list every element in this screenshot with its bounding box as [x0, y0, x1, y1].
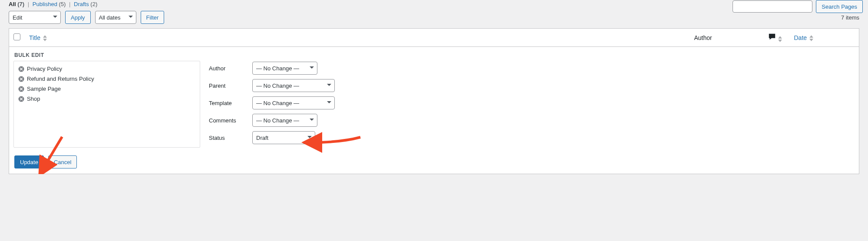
comments-select[interactable]: — No Change —	[252, 114, 317, 127]
bulk-item: Refund and Returns Policy	[14, 74, 200, 84]
result-count: 7 items	[841, 14, 859, 21]
separator: |	[26, 1, 31, 7]
update-button[interactable]: Update	[14, 155, 44, 168]
status-label: Status	[209, 135, 245, 141]
filter-drafts-count: (2)	[90, 1, 97, 7]
chevron-down-icon	[327, 83, 332, 89]
parent-select[interactable]: — No Change —	[252, 79, 335, 92]
chevron-down-icon	[309, 117, 314, 124]
template-label: Template	[209, 100, 245, 106]
pages-table: Title Author Da	[9, 28, 859, 174]
search-pages-button[interactable]: Search Pages	[816, 0, 863, 13]
bulk-edit-item-list: Privacy Policy Refund and Returns Policy…	[13, 61, 200, 148]
bulk-fields: Author — No Change — Parent — No Change …	[209, 61, 335, 149]
filter-drafts-label: Drafts	[74, 1, 89, 7]
bulk-action-selected: Edit	[13, 14, 22, 21]
bulk-item-label: Refund and Returns Policy	[27, 76, 94, 82]
select-all-checkbox[interactable]	[13, 33, 20, 40]
date-filter-selected: All dates	[99, 14, 121, 21]
template-value: — No Change —	[256, 100, 299, 106]
chevron-down-icon	[128, 14, 133, 21]
filter-all-label: All	[9, 1, 16, 7]
col-title-label: Title	[29, 34, 40, 41]
bulk-item-label: Shop	[27, 96, 40, 102]
speech-bubble-icon	[768, 35, 778, 42]
chevron-down-icon	[307, 135, 312, 141]
bulk-item-label: Sample Page	[27, 86, 61, 92]
search-input[interactable]	[733, 0, 812, 13]
col-date-label: Date	[794, 34, 807, 41]
parent-label: Parent	[209, 83, 245, 89]
author-select[interactable]: — No Change —	[252, 62, 317, 75]
chevron-down-icon	[309, 65, 314, 72]
author-label: Author	[209, 65, 245, 72]
author-value: — No Change —	[256, 65, 299, 72]
sort-icon	[43, 35, 47, 41]
filter-drafts[interactable]: Drafts (2)	[74, 1, 97, 7]
filter-published[interactable]: Published (5)	[33, 1, 67, 7]
parent-value: — No Change —	[256, 83, 299, 89]
remove-icon[interactable]	[18, 76, 24, 82]
sort-icon	[809, 35, 813, 41]
filter-published-count: (5)	[59, 1, 66, 7]
col-comments[interactable]	[764, 29, 790, 47]
col-title[interactable]: Title	[25, 29, 690, 47]
date-filter-select[interactable]: All dates	[95, 11, 136, 24]
cancel-button[interactable]: Cancel	[48, 155, 77, 168]
remove-icon[interactable]	[18, 86, 24, 92]
status-select[interactable]: Draft	[252, 131, 315, 144]
filter-published-label: Published	[33, 1, 57, 7]
bulk-item: Sample Page	[14, 84, 200, 94]
comments-value: — No Change —	[256, 117, 299, 124]
chevron-down-icon	[53, 14, 58, 21]
filter-all-count: (7)	[17, 1, 24, 7]
col-date[interactable]: Date	[790, 29, 859, 47]
col-author[interactable]: Author	[690, 29, 764, 47]
bulk-item-label: Privacy Policy	[27, 66, 62, 72]
bulk-item: Shop	[14, 94, 200, 104]
filter-button[interactable]: Filter	[141, 11, 165, 24]
apply-button[interactable]: Apply	[65, 11, 91, 24]
bulk-edit-row: BULK EDIT Privacy Policy Refund and Retu…	[9, 47, 859, 174]
bulk-edit-heading: BULK EDIT	[14, 52, 855, 58]
sort-icon	[778, 36, 782, 42]
comments-label: Comments	[209, 117, 245, 124]
template-select[interactable]: — No Change —	[252, 96, 335, 109]
chevron-down-icon	[327, 100, 332, 106]
remove-icon[interactable]	[18, 96, 24, 102]
filter-all[interactable]: All (7)	[9, 1, 26, 7]
remove-icon[interactable]	[18, 66, 24, 72]
status-value: Draft	[256, 135, 268, 141]
bulk-item: Privacy Policy	[14, 64, 200, 74]
separator: |	[67, 1, 72, 7]
bulk-action-select[interactable]: Edit	[9, 11, 61, 24]
